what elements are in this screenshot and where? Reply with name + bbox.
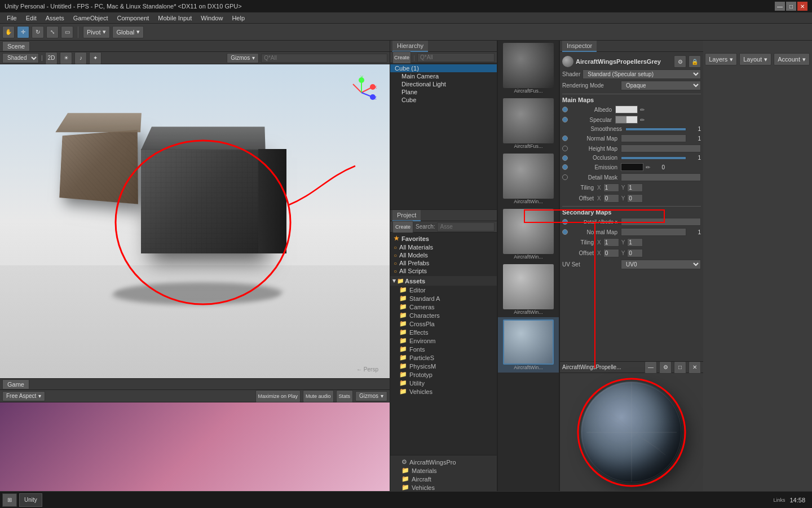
- stats-btn[interactable]: Stats: [336, 390, 354, 402]
- preview-maximize-btn[interactable]: □: [674, 361, 686, 374]
- normal-checkbox[interactable]: [562, 135, 568, 141]
- inspector-tab[interactable]: Inspector: [562, 41, 597, 52]
- albedo-pencil-icon[interactable]: ✏: [640, 107, 645, 113]
- maximize-button[interactable]: □: [786, 2, 796, 11]
- game-gizmos-dropdown[interactable]: Gizmos ▾: [355, 391, 387, 401]
- uv-set-dropdown[interactable]: UV0: [621, 260, 701, 269]
- fav-all-materials[interactable]: ○All Materials: [391, 243, 496, 251]
- fav-all-scripts[interactable]: ○All Scripts: [391, 267, 496, 275]
- specular-swatch[interactable]: [615, 116, 638, 124]
- assets-environment[interactable]: 📁Environm: [390, 336, 497, 345]
- shading-dropdown[interactable]: Shaded: [2, 53, 39, 63]
- mat-thumb-3[interactable]: AircraftWin...: [498, 151, 559, 207]
- preview-collapse-btn[interactable]: —: [645, 361, 657, 374]
- project-create-btn[interactable]: Create: [392, 221, 413, 233]
- mat-thumb-1[interactable]: AircraftFus...: [498, 41, 559, 96]
- detail-albedo-checkbox[interactable]: [562, 219, 568, 225]
- specular-checkbox[interactable]: [562, 117, 568, 122]
- occlusion-slider[interactable]: [621, 156, 686, 160]
- normal2-field[interactable]: [621, 228, 686, 236]
- menu-assets[interactable]: Assets: [41, 12, 69, 24]
- hierarchy-search[interactable]: [417, 53, 495, 62]
- tiling-y-input[interactable]: [627, 183, 643, 192]
- hierarchy-item-camera[interactable]: Main Camera: [390, 72, 497, 80]
- albedo-checkbox[interactable]: [562, 107, 568, 112]
- menu-mobileinput[interactable]: Mobile Input: [153, 12, 196, 24]
- emission-checkbox[interactable]: [562, 164, 568, 170]
- scene-effects-btn[interactable]: ✦: [89, 52, 102, 64]
- game-tab[interactable]: Game: [2, 379, 29, 389]
- normal2-checkbox[interactable]: [562, 229, 568, 235]
- specular-pencil-icon[interactable]: ✏: [640, 117, 645, 123]
- emission-swatch[interactable]: [621, 163, 643, 171]
- normal-map-field[interactable]: [621, 134, 686, 142]
- favorites-header[interactable]: ★ Favorites: [391, 234, 496, 243]
- mat-thumb-4[interactable]: AircraftWin...: [498, 207, 559, 262]
- shader-dropdown[interactable]: Standard (Specular setup): [582, 69, 701, 79]
- assets-physics[interactable]: 📁PhysicsM: [390, 362, 497, 370]
- emission-pencil-icon[interactable]: ✏: [646, 164, 650, 170]
- mat-thumb-2[interactable]: AircraftFus...: [498, 96, 559, 151]
- offset2-y-input[interactable]: [627, 249, 643, 257]
- menu-edit[interactable]: Edit: [21, 12, 41, 24]
- scale-tool[interactable]: ⤡: [46, 26, 59, 38]
- project-tab[interactable]: Project: [392, 210, 421, 221]
- gizmos-dropdown[interactable]: Gizmos ▾: [227, 53, 259, 63]
- assets-prototyping[interactable]: 📁Prototyp: [390, 370, 497, 379]
- assets-vehicles[interactable]: 📁Vehicles: [390, 387, 497, 396]
- occlusion-checkbox[interactable]: [562, 155, 568, 161]
- bottom-item2[interactable]: 📁Materials: [392, 466, 495, 475]
- menu-file[interactable]: File: [2, 12, 21, 24]
- menu-component[interactable]: Component: [112, 12, 153, 24]
- albedo-swatch[interactable]: [615, 106, 638, 113]
- detail-albedo-field[interactable]: [621, 218, 701, 226]
- bottom-item4[interactable]: 📁Vehicles: [392, 483, 495, 492]
- hierarchy-item-cube[interactable]: Cube: [390, 96, 497, 104]
- scene-search[interactable]: [261, 54, 387, 63]
- scene-light-btn[interactable]: ☀: [60, 52, 72, 64]
- offset-y-input[interactable]: [627, 194, 643, 203]
- menu-gameobject[interactable]: GameObject: [69, 12, 113, 24]
- bottom-item1[interactable]: ⚙AircraftWingsPro: [392, 458, 495, 466]
- fav-all-prefabs[interactable]: ○All Prefabs: [391, 259, 496, 267]
- mute-audio-btn[interactable]: Mute audio: [303, 390, 334, 402]
- assets-particles[interactable]: 📁ParticleS: [390, 353, 497, 362]
- offset2-x-input[interactable]: [603, 249, 619, 257]
- height-checkbox[interactable]: [562, 146, 568, 151]
- assets-standard[interactable]: 📁Standard A: [390, 294, 497, 303]
- hierarchy-item-cube1[interactable]: Cube (1): [390, 64, 497, 72]
- aspect-dropdown[interactable]: Free Aspect ▾: [2, 391, 45, 401]
- hierarchy-create-btn[interactable]: Create: [392, 51, 411, 64]
- assets-characters[interactable]: 📁Characters: [390, 311, 497, 319]
- assets-utility[interactable]: 📁Utility: [390, 379, 497, 387]
- preview-close-btn[interactable]: ✕: [689, 361, 701, 374]
- pivot-dropdown[interactable]: Pivot ▾: [83, 26, 110, 38]
- assets-crossplat[interactable]: 📁CrossPla: [390, 319, 497, 328]
- menu-window[interactable]: Window: [196, 12, 227, 24]
- lock-btn[interactable]: 🔒: [689, 55, 701, 68]
- menu-help[interactable]: Help: [227, 12, 249, 24]
- hand-tool[interactable]: ✋: [2, 26, 15, 38]
- rotate-tool[interactable]: ↻: [32, 26, 44, 38]
- minimize-button[interactable]: —: [775, 2, 785, 11]
- tiling-x-input[interactable]: [603, 183, 619, 192]
- detail-mask-field[interactable]: [621, 173, 701, 181]
- assets-editor[interactable]: 📁Editor: [390, 286, 497, 294]
- mat-thumb-6[interactable]: AircraftWin...: [498, 317, 559, 373]
- fav-all-models[interactable]: ○All Models: [391, 251, 496, 259]
- hierarchy-item-light[interactable]: Directional Light: [390, 80, 497, 88]
- rect-tool[interactable]: ▭: [61, 26, 73, 38]
- scene-canvas[interactable]: X Y Z ← Persp: [0, 64, 390, 378]
- smoothness-slider[interactable]: [625, 128, 686, 131]
- taskbar-unity[interactable]: Unity: [19, 493, 42, 507]
- project-search[interactable]: [437, 222, 495, 231]
- assets-effects[interactable]: 📁Effects: [390, 328, 497, 336]
- scene-tab[interactable]: Scene: [2, 41, 30, 51]
- 2d-toggle[interactable]: 2D: [45, 52, 58, 64]
- assets-cameras[interactable]: 📁Cameras: [390, 303, 497, 311]
- bottom-item3[interactable]: 📁Aircraft: [392, 475, 495, 483]
- close-button[interactable]: ✕: [797, 2, 807, 11]
- hierarchy-tab[interactable]: Hierarchy: [392, 41, 428, 52]
- height-map-field[interactable]: [621, 144, 701, 152]
- tiling2-y-input[interactable]: [627, 238, 643, 247]
